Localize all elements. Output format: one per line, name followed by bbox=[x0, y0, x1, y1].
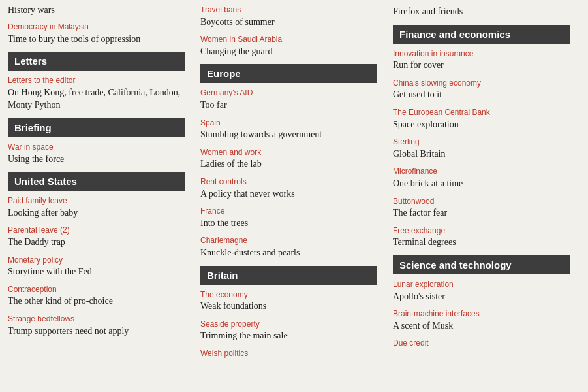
article-france: France Into the trees bbox=[200, 206, 377, 229]
article-ecb: The European Central Bank Space explorat… bbox=[393, 108, 570, 131]
article-title-contraception: The other kind of pro-choice bbox=[8, 296, 113, 306]
article-category-due-credit[interactable]: Due credit bbox=[393, 338, 570, 349]
article-category-women-saudi[interactable]: Women in Saudi Arabia bbox=[200, 35, 377, 45]
article-category-france[interactable]: France bbox=[200, 206, 377, 217]
article-title-firefox: Firefox and friends bbox=[393, 7, 463, 16]
article-category-economy[interactable]: The economy bbox=[200, 290, 377, 301]
article-title-seaside: Trimming the main sale bbox=[200, 331, 288, 340]
article-category-spain[interactable]: Spain bbox=[200, 118, 377, 129]
section-header-europe: Europe bbox=[200, 64, 377, 83]
article-category-democracy[interactable]: Democracy in Malaysia bbox=[8, 22, 185, 33]
column-3: Firefox and friends Finance and economic… bbox=[385, 0, 578, 370]
section-header-britain: Britain bbox=[200, 266, 377, 285]
article-spain: Spain Stumbling towards a government bbox=[200, 118, 377, 141]
article-category-welsh[interactable]: Welsh politics bbox=[200, 349, 377, 359]
article-category-letters[interactable]: Letters to the editor bbox=[8, 76, 185, 86]
article-sterling: Sterling Global Britain bbox=[393, 137, 570, 160]
article-title-insurance: Run for cover bbox=[393, 60, 444, 70]
article-history-wars: History wars bbox=[8, 5, 185, 16]
article-lunar: Lunar exploration Apollo's sister bbox=[393, 280, 570, 302]
article-category-contraception[interactable]: Contraception bbox=[8, 285, 185, 295]
article-category-paid-leave[interactable]: Paid family leave bbox=[8, 196, 185, 206]
article-category-free-exchange[interactable]: Free exchange bbox=[393, 226, 570, 237]
article-charlemagne: Charlemagne Knuckle-dusters and pearls bbox=[200, 236, 377, 259]
article-title-parental-leave: The Daddy trap bbox=[8, 237, 65, 247]
article-category-parental-leave[interactable]: Parental leave (2) bbox=[8, 225, 185, 236]
article-title-rent: A policy that never works bbox=[200, 189, 295, 199]
article-letters: Letters to the editor On Hong Kong, free… bbox=[8, 76, 185, 112]
article-economy: The economy Weak foundations bbox=[200, 290, 377, 313]
article-title-war-space: Using the force bbox=[8, 154, 64, 164]
article-category-lunar[interactable]: Lunar exploration bbox=[393, 280, 570, 290]
article-title-women-work: Ladies of the lab bbox=[200, 159, 262, 169]
article-welsh: Welsh politics bbox=[200, 349, 377, 359]
section-header-letters: Letters bbox=[8, 52, 185, 71]
article-title-france: Into the trees bbox=[200, 218, 248, 228]
article-category-buttonwood[interactable]: Buttonwood bbox=[393, 197, 570, 207]
article-women-work: Women and work Ladies of the lab bbox=[200, 148, 377, 171]
article-free-exchange: Free exchange Terminal degrees bbox=[393, 226, 570, 249]
section-header-briefing: Briefing bbox=[8, 118, 185, 137]
article-title-sterling: Global Britain bbox=[393, 149, 446, 159]
article-title-monetary: Storytime with the Fed bbox=[8, 267, 92, 276]
article-category-ecb[interactable]: The European Central Bank bbox=[393, 108, 570, 118]
article-title-microfinance: One brick at a time bbox=[393, 178, 463, 188]
article-category-travel[interactable]: Travel bans bbox=[200, 5, 377, 16]
article-title-economy: Weak foundations bbox=[200, 301, 266, 311]
article-title-strange: Trump supporters need not apply bbox=[8, 326, 129, 336]
article-democracy: Democracy in Malaysia Time to bury the t… bbox=[8, 22, 185, 45]
article-title-paid-leave: Looking after baby bbox=[8, 208, 78, 218]
article-title-germany: Too far bbox=[200, 100, 227, 110]
article-china: China's slowing economy Get used to it bbox=[393, 78, 570, 101]
article-category-charlemagne[interactable]: Charlemagne bbox=[200, 236, 377, 246]
article-rent-controls: Rent controls A policy that never works bbox=[200, 177, 377, 200]
article-title-spain: Stumbling towards a government bbox=[200, 129, 322, 139]
article-parental-leave: Parental leave (2) The Daddy trap bbox=[8, 225, 185, 248]
article-title-ecb: Space exploration bbox=[393, 120, 459, 129]
section-header-science: Science and technology bbox=[393, 255, 570, 274]
article-category-strange[interactable]: Strange bedfellows bbox=[8, 314, 185, 325]
article-due-credit: Due credit bbox=[393, 338, 570, 349]
article-title-china: Get used to it bbox=[393, 90, 442, 99]
article-category-war-space[interactable]: War in space bbox=[8, 142, 185, 153]
article-category-sterling[interactable]: Sterling bbox=[393, 137, 570, 148]
column-1: History wars Democracy in Malaysia Time … bbox=[0, 0, 193, 370]
article-category-monetary[interactable]: Monetary policy bbox=[8, 255, 185, 266]
article-strange-bedfellows: Strange bedfellows Trump supporters need… bbox=[8, 314, 185, 337]
article-contraception: Contraception The other kind of pro-choi… bbox=[8, 285, 185, 308]
article-title-travel: Boycotts of summer bbox=[200, 17, 275, 27]
main-layout: History wars Democracy in Malaysia Time … bbox=[0, 0, 588, 370]
article-category-microfinance[interactable]: Microfinance bbox=[393, 167, 570, 177]
article-title-lunar: Apollo's sister bbox=[393, 291, 445, 301]
article-category-germany[interactable]: Germany's AfD bbox=[200, 88, 377, 99]
article-women-saudi: Women in Saudi Arabia Changing the guard bbox=[200, 35, 377, 57]
article-title-free-exchange: Terminal degrees bbox=[393, 237, 456, 247]
article-germany-afd: Germany's AfD Too far bbox=[200, 88, 377, 111]
article-insurance: Innovation in insurance Run for cover bbox=[393, 49, 570, 72]
article-title-letters: On Hong Kong, free trade, California, Lo… bbox=[8, 88, 180, 110]
article-category-brain[interactable]: Brain-machine interfaces bbox=[393, 309, 570, 319]
article-title-buttonwood: The factor fear bbox=[393, 208, 447, 218]
section-header-united-states: United States bbox=[8, 172, 185, 191]
article-monetary-policy: Monetary policy Storytime with the Fed bbox=[8, 255, 185, 278]
article-microfinance: Microfinance One brick at a time bbox=[393, 167, 570, 189]
article-title: History wars bbox=[8, 5, 55, 15]
article-title-charlemagne: Knuckle-dusters and pearls bbox=[200, 248, 300, 257]
article-war-in-space: War in space Using the force bbox=[8, 142, 185, 165]
article-category-women-work[interactable]: Women and work bbox=[200, 148, 377, 158]
article-seaside: Seaside property Trimming the main sale bbox=[200, 319, 377, 342]
article-title-democracy: Time to bury the tools of oppression bbox=[8, 34, 140, 44]
article-category-china[interactable]: China's slowing economy bbox=[393, 78, 570, 89]
article-category-seaside[interactable]: Seaside property bbox=[200, 319, 377, 330]
article-travel-bans: Travel bans Boycotts of summer bbox=[200, 5, 377, 28]
article-paid-family-leave: Paid family leave Looking after baby bbox=[8, 196, 185, 219]
article-title-women-saudi: Changing the guard bbox=[200, 46, 272, 56]
column-2: Travel bans Boycotts of summer Women in … bbox=[193, 0, 385, 370]
section-header-finance: Finance and economics bbox=[393, 25, 570, 44]
article-buttonwood: Buttonwood The factor fear bbox=[393, 197, 570, 220]
article-category-insurance[interactable]: Innovation in insurance bbox=[393, 49, 570, 59]
article-title-brain: A scent of Musk bbox=[393, 321, 453, 331]
article-brain-machine: Brain-machine interfaces A scent of Musk bbox=[393, 309, 570, 332]
article-category-rent[interactable]: Rent controls bbox=[200, 177, 377, 188]
article-firefox: Firefox and friends bbox=[393, 5, 570, 18]
